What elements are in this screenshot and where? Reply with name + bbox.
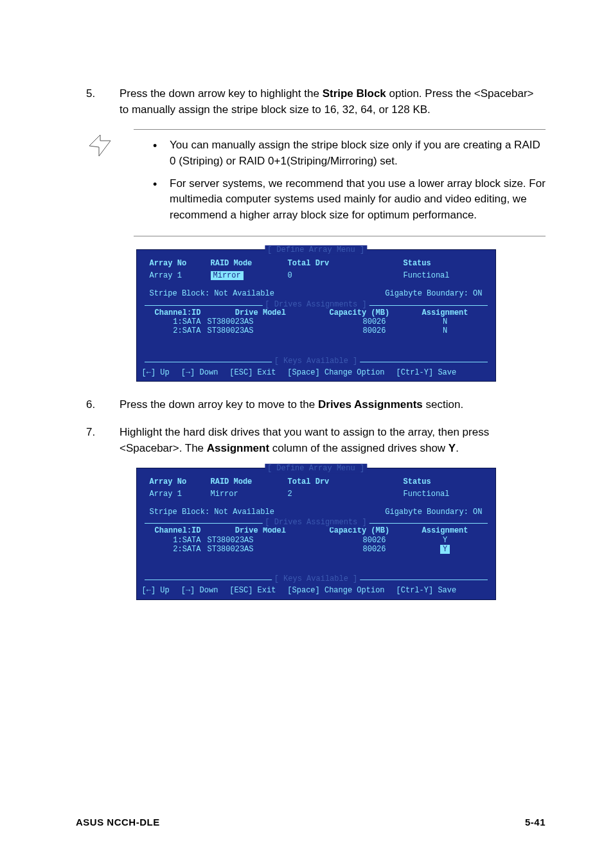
bios-keys-row: [←] Up [→] Down [ESC] Exit [Space] Chang…: [137, 586, 495, 599]
val-status: Functional: [404, 490, 481, 499]
drives-title: [ Drives Assignments ]: [262, 518, 369, 527]
hdr-status: Status: [404, 259, 481, 268]
d1-chan: 1:SATA: [150, 536, 208, 545]
gb-boundary: Gigabyte Boundary: ON: [385, 508, 482, 517]
bios-title: [ Define Array Menu ]: [265, 464, 367, 473]
d2-ass: Y: [420, 545, 471, 554]
footer-left: ASUS NCCH-DLE: [76, 815, 160, 829]
footer-right: 5-41: [525, 815, 546, 829]
hdr-raidmode: RAID Mode: [211, 259, 288, 268]
drives-box: [ Drives Assignments ] Channel:ID Drive …: [145, 305, 488, 362]
drive-row-2: 2:SATA ST380023AS 80026 N: [150, 326, 483, 335]
bios-header-row: Array No RAID Mode Total Drv Status: [137, 475, 495, 489]
step-body: Press the down arroy key to move to the …: [120, 397, 546, 413]
stripe-block: Stripe Block: Not Available: [150, 508, 274, 517]
drives-header: Channel:ID Drive Model Capacity (MB) Ass…: [150, 526, 483, 535]
d1-model: ST380023AS: [208, 317, 330, 326]
key-save: [Ctrl-Y] Save: [396, 368, 457, 377]
note-icon: [86, 129, 134, 236]
d1-ass: N: [420, 317, 471, 326]
note-content: You can manually assign the stripe block…: [134, 129, 546, 236]
step-7: 7. Highlight the hard disk drives that y…: [86, 425, 546, 456]
val-totaldrv: 2: [288, 490, 404, 499]
dhdr-model: Drive Model: [208, 308, 330, 317]
step-body: Press the down arrow key to highlight th…: [120, 86, 546, 118]
hdr-arrayno: Array No: [150, 259, 211, 268]
bios-title: [ Define Array Menu ]: [265, 245, 367, 254]
bios-screen-1: [ Define Array Menu ] Array No RAID Mode…: [136, 249, 496, 382]
gb-boundary: Gigabyte Boundary: ON: [385, 289, 482, 298]
drives-title: [ Drives Assignments ]: [262, 300, 369, 309]
key-up: [←] Up: [142, 368, 170, 377]
note-item: You can manually assign the stripe block…: [134, 137, 546, 169]
keys-title: [ Keys Available ]: [272, 357, 360, 366]
d2-chan: 2:SATA: [150, 326, 208, 335]
val-raidmode: Mirror: [211, 490, 288, 499]
dhdr-chan: Channel:ID: [150, 308, 208, 317]
page-footer: ASUS NCCH-DLE 5-41: [76, 815, 546, 829]
bios-header-row: Array No RAID Mode Total Drv Status: [137, 256, 495, 270]
d2-cap: 80026: [330, 545, 420, 554]
dhdr-ass: Assignment: [420, 308, 471, 317]
bios-data-row: Array 1 Mirror 2 Functional: [137, 490, 495, 504]
bios-screen-2: [ Define Array Menu ] Array No RAID Mode…: [136, 468, 496, 600]
drives-box: [ Drives Assignments ] Channel:ID Drive …: [145, 523, 488, 580]
d1-cap: 80026: [330, 536, 420, 545]
key-save: [Ctrl-Y] Save: [396, 586, 457, 595]
text: Press the down arrow key to highlight th…: [120, 87, 323, 100]
text: section.: [423, 398, 463, 411]
dhdr-chan: Channel:ID: [150, 526, 208, 535]
drives-header: Channel:ID Drive Model Capacity (MB) Ass…: [150, 308, 483, 317]
drive-row-1: 1:SATA ST380023AS 80026 Y: [150, 536, 483, 545]
d2-cap: 80026: [330, 326, 420, 335]
stripe-label: Stripe Block:: [150, 508, 210, 517]
val-arrayno: Array 1: [150, 490, 211, 499]
d2-model: ST380023AS: [208, 545, 330, 554]
d2-chan: 2:SATA: [150, 545, 208, 554]
hdr-totaldrv: Total Drv: [288, 477, 404, 486]
bold-term: Stripe Block: [323, 87, 386, 100]
step-body: Highlight the hard disk drives that you …: [120, 425, 546, 456]
step-number: 6.: [86, 397, 120, 413]
hdr-raidmode: RAID Mode: [211, 477, 288, 486]
key-down: [→] Down: [181, 368, 218, 377]
key-down: [→] Down: [181, 586, 218, 595]
selected-cell: Y: [440, 545, 450, 554]
selected-cell: Mirror: [211, 271, 244, 280]
step-5: 5. Press the down arrow key to highlight…: [86, 86, 546, 118]
key-space: [Space] Change Option: [287, 586, 384, 595]
stripe-label: Stripe Block:: [150, 289, 210, 298]
dhdr-model: Drive Model: [208, 526, 330, 535]
hdr-status: Status: [404, 477, 481, 486]
key-esc: [ESC] Exit: [229, 586, 276, 595]
key-space: [Space] Change Option: [287, 368, 384, 377]
d1-model: ST380023AS: [208, 536, 330, 545]
d1-cap: 80026: [330, 317, 420, 326]
val-raidmode: Mirror: [211, 271, 288, 280]
drive-row-1: 1:SATA ST380023AS 80026 N: [150, 317, 483, 326]
drive-row-2: 2:SATA ST380023AS 80026 Y: [150, 545, 483, 554]
step-number: 7.: [86, 425, 120, 456]
note-block: You can manually assign the stripe block…: [86, 129, 546, 236]
keys-separator: [ Keys Available ]: [145, 362, 488, 368]
step-number: 5.: [86, 86, 120, 118]
keys-separator: [ Keys Available ]: [145, 580, 488, 586]
key-up: [←] Up: [142, 586, 170, 595]
text: Press the down arroy key to move to the: [120, 398, 318, 411]
key-esc: [ESC] Exit: [229, 368, 276, 377]
dhdr-ass: Assignment: [420, 526, 471, 535]
stripe-value: Not Available: [214, 289, 274, 298]
bios-data-row: Array 1 Mirror 0 Functional: [137, 271, 495, 285]
d1-chan: 1:SATA: [150, 317, 208, 326]
d1-ass: Y: [420, 536, 471, 545]
dhdr-cap: Capacity (MB): [330, 308, 420, 317]
val-arrayno: Array 1: [150, 271, 211, 280]
hdr-totaldrv: Total Drv: [288, 259, 404, 268]
text: .: [456, 442, 459, 454]
keys-title: [ Keys Available ]: [272, 574, 360, 583]
d2-model: ST380023AS: [208, 326, 330, 335]
d2-ass: N: [420, 326, 471, 335]
note-item: For server systems, we recommend that yo…: [134, 176, 546, 224]
text: column of the assigned drives show: [269, 442, 449, 454]
val-totaldrv: 0: [288, 271, 404, 280]
